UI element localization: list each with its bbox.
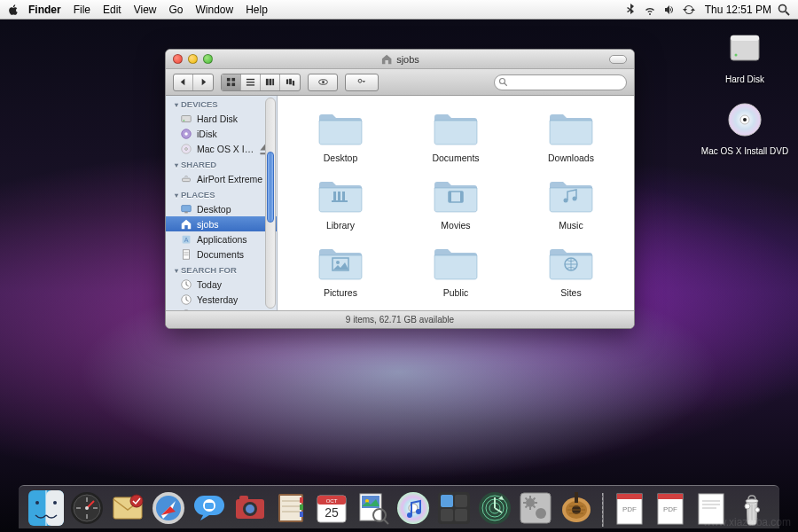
clock-icon	[180, 293, 192, 306]
list-view-button[interactable]	[241, 74, 261, 90]
svg-rect-12	[246, 79, 254, 80]
airport-icon[interactable]	[643, 3, 657, 17]
svg-rect-32	[184, 211, 188, 213]
window-titlebar[interactable]: sjobs	[166, 50, 634, 69]
folder-sites[interactable]: Sites	[517, 243, 625, 298]
svg-point-100	[536, 508, 546, 519]
desktop-icon-hard-disk[interactable]: Hard Disk	[700, 27, 789, 84]
menu-file[interactable]: File	[74, 4, 90, 16]
sidebar-section-header[interactable]: DEVICES	[166, 96, 277, 111]
dock-item-spaces[interactable]	[435, 489, 473, 527]
finder-content-area[interactable]: DesktopDocumentsDownloadsLibraryMoviesMu…	[278, 96, 634, 310]
coverflow-view-button[interactable]	[280, 74, 300, 90]
sidebar-item-label: Documents	[197, 249, 244, 260]
dock-item-timemachine[interactable]	[476, 489, 513, 527]
sidebar-item-hard-disk[interactable]: Hard Disk	[166, 111, 277, 126]
dock-item-systemprefs[interactable]	[517, 489, 554, 527]
svg-rect-3	[731, 35, 759, 41]
svg-point-49	[564, 199, 568, 203]
dock-item-preview[interactable]	[354, 489, 391, 527]
sidebar-scrollbar[interactable]	[265, 98, 276, 309]
dock: OCT25PDFPDF	[19, 485, 779, 528]
svg-rect-74	[300, 497, 303, 503]
sidebar-item-today[interactable]: Today	[166, 277, 277, 292]
sidebar-item-idisk[interactable]: iDisk	[166, 126, 277, 141]
zoom-button[interactable]	[203, 54, 213, 64]
svg-rect-91	[455, 495, 467, 507]
sidebar-item-desktop[interactable]: Desktop	[166, 201, 277, 216]
dock-stack-doc1[interactable]: PDF	[611, 489, 648, 527]
folder-pictures[interactable]: Pictures	[286, 243, 395, 298]
menu-view[interactable]: View	[134, 4, 157, 16]
menubar-clock[interactable]: Thu 12:51 PM	[705, 4, 771, 16]
folder-public[interactable]: Public	[402, 243, 510, 298]
traffic-lights	[173, 54, 213, 64]
dock-separator	[602, 493, 604, 527]
photobooth-icon	[232, 490, 268, 526]
menu-edit[interactable]: Edit	[103, 4, 121, 16]
dock-stack-doc2[interactable]: PDF	[652, 489, 689, 527]
dock-item-itunes[interactable]	[395, 489, 432, 527]
column-view-button[interactable]	[261, 74, 280, 90]
svg-point-29	[185, 147, 188, 150]
svg-rect-90	[441, 495, 453, 507]
sidebar-section-header[interactable]: SHARED	[166, 156, 277, 171]
folder-icon	[431, 243, 481, 282]
folder-movies[interactable]: Movies	[402, 176, 510, 231]
svg-rect-104	[575, 492, 578, 503]
dock-item-finder[interactable]	[27, 489, 65, 527]
dock-item-mail[interactable]	[109, 489, 146, 527]
active-app-name[interactable]: Finder	[28, 4, 61, 16]
folder-documents[interactable]: Documents	[402, 108, 510, 163]
dock-item-ical[interactable]: OCT25	[313, 489, 350, 527]
apple-menu-icon[interactable]	[7, 4, 20, 16]
menu-window[interactable]: Window	[196, 4, 234, 16]
sidebar-item-mac-os-x-i-[interactable]: Mac OS X I…	[166, 141, 277, 156]
search-field-wrapper	[494, 74, 627, 91]
sidebar-item-airport-extreme[interactable]: AirPort Extreme	[166, 171, 277, 186]
toolbar-toggle-button[interactable]	[609, 55, 627, 64]
back-button[interactable]	[174, 74, 193, 90]
folder-label: Public	[402, 287, 510, 298]
svg-point-112	[746, 499, 758, 503]
sidebar-item-yesterday[interactable]: Yesterday	[166, 292, 277, 307]
document-icon: PDF	[653, 490, 688, 526]
sidebar-item-sjobs[interactable]: sjobs	[166, 216, 277, 231]
dock-item-safari[interactable]	[150, 489, 187, 527]
sidebar-item-documents[interactable]: Documents	[166, 246, 277, 262]
dock-item-photobooth[interactable]	[231, 489, 269, 527]
svg-rect-47	[449, 192, 451, 202]
svg-rect-75	[300, 505, 303, 510]
icon-view-button[interactable]	[222, 74, 241, 90]
sidebar-item-applications[interactable]: AApplications	[166, 231, 277, 246]
folder-desktop[interactable]: Desktop	[286, 108, 395, 163]
svg-rect-48	[460, 192, 463, 202]
sidebar-section-header[interactable]: SEARCH FOR	[166, 262, 277, 277]
sidebar-item-past-week[interactable]: Past Week	[166, 307, 277, 310]
search-input[interactable]	[494, 74, 627, 90]
forward-button[interactable]	[193, 74, 213, 90]
scrollbar-thumb[interactable]	[267, 152, 274, 223]
desktop-icon-dvd[interactable]: Mac OS X Install DVD	[700, 98, 789, 156]
menu-go[interactable]: Go	[169, 4, 184, 16]
svg-text:PDF: PDF	[622, 505, 637, 513]
dock-item-addressbook[interactable]	[272, 489, 309, 527]
folder-downloads[interactable]: Downloads	[517, 108, 625, 163]
folder-music[interactable]: Music	[517, 176, 625, 231]
dock-item-garageband[interactable]	[558, 489, 595, 527]
volume-icon[interactable]	[662, 3, 677, 17]
folder-library[interactable]: Library	[286, 176, 395, 231]
sidebar-section-header[interactable]: PLACES	[166, 186, 277, 201]
menu-help[interactable]: Help	[246, 4, 268, 16]
dock-item-ichat[interactable]	[191, 489, 228, 527]
svg-point-25	[184, 119, 185, 121]
minimize-button[interactable]	[188, 54, 198, 64]
sync-icon[interactable]	[682, 3, 696, 17]
dock-item-dashboard[interactable]	[68, 489, 106, 527]
timemachine-icon	[477, 490, 512, 526]
bluetooth-icon[interactable]	[623, 3, 638, 17]
close-button[interactable]	[173, 54, 183, 64]
spotlight-icon[interactable]	[777, 3, 791, 17]
quicklook-button[interactable]	[309, 74, 337, 90]
action-menu-button[interactable]	[346, 74, 378, 90]
